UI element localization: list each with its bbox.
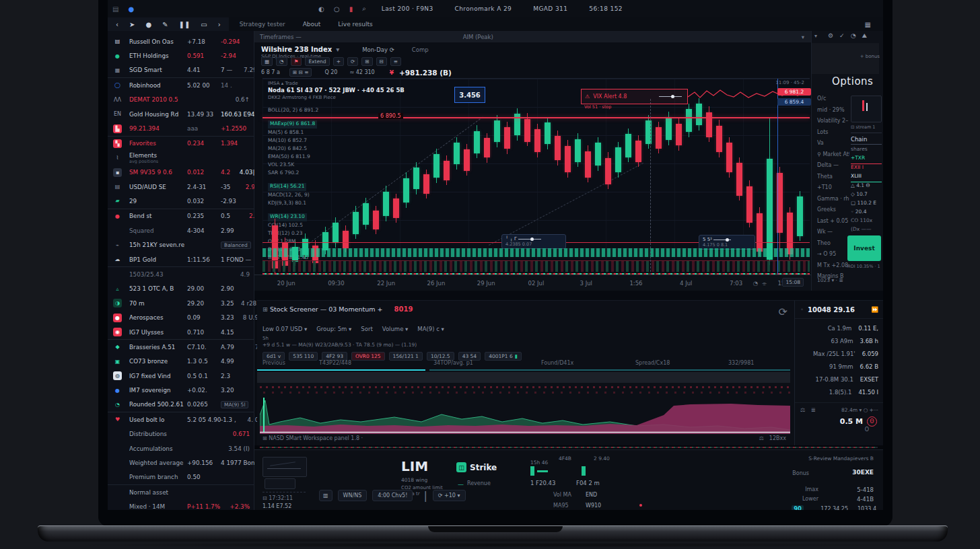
panel-bottom-row[interactable]: 1023 ▾ · ≣ — [817, 277, 843, 283]
watchlist-row[interactable]: ●Aerospaces0.093.238 U.95 — [108, 310, 254, 324]
step-button[interactable]: ⟳ +10 ▾ — [433, 490, 466, 501]
battery-icon[interactable]: ▮ — [349, 5, 353, 13]
collapse-caret-icon[interactable]: ▾ — [814, 33, 817, 39]
greek-row[interactable]: +T10 — [817, 184, 849, 196]
column-header[interactable]: Found/D41x — [541, 360, 573, 366]
indicator-legend-item[interactable]: MA(5) 6 858.1 — [268, 129, 318, 137]
watchlist-row[interactable]: ▤Russell On Oas+7.18-0.294 — [108, 34, 254, 48]
layers-button[interactable]: ▥ — [319, 490, 332, 501]
watchlist-row[interactable]: ●IM7 sovereign+0.02.3.20 — [108, 383, 254, 397]
tool-icon[interactable]: ● — [145, 21, 151, 28]
grid-view-icon[interactable]: ⊞ ⊟ ≡ — [289, 68, 312, 77]
asset-chip[interactable]: Balanced — [221, 242, 251, 249]
filter-dropdown[interactable]: Volume ▾ — [382, 326, 409, 332]
orderbook-row[interactable]: 63 A9m3.6B h — [795, 334, 883, 347]
tool-icon[interactable]: ➤ — [129, 21, 135, 28]
watchlist-row[interactable]: Premium branch0.50 — [108, 470, 254, 484]
candlestick-chart[interactable]: IMSA ▴ Trade Noda 61 SI 43 07 · 522 JBW … — [262, 78, 810, 275]
greek-row[interactable]: Last + 0.05 — [817, 218, 849, 229]
status-item[interactable]: Chronomark A 29 — [455, 5, 512, 12]
view-chip[interactable]: ⊟ — [376, 57, 387, 66]
watchlist-row[interactable]: ▰290.032-2.93 — [108, 194, 254, 208]
axis-icon[interactable]: ⌯ — [762, 280, 767, 287]
time-axis[interactable]: 20 Jun09:3022 Jun26 Jun29 Jun02 Jul3 Jul… — [254, 274, 811, 291]
alert-banner[interactable]: ⚠ VIX Alert 4.8 — [581, 89, 688, 104]
chain-row[interactable]: ▢ 110.2 E — [851, 200, 882, 209]
order-slider[interactable] — [713, 240, 731, 240]
filter-dropdown[interactable]: MA(9) c ▾ — [417, 326, 444, 332]
greek-row[interactable]: Theo — [817, 240, 849, 252]
chart-tool-chip[interactable]: ▦ — [261, 57, 273, 66]
selected-row[interactable] — [257, 372, 790, 383]
column-header[interactable]: T43P22/448 — [319, 360, 351, 366]
greek-row[interactable]: M Tx +2.08 / — [817, 262, 849, 274]
chain-row[interactable]: +TXR — [851, 155, 882, 164]
indicator-legend-item[interactable]: MA(10) 6 852.7 — [268, 137, 318, 145]
tab-live-results[interactable]: Live results — [338, 21, 372, 28]
indicator-legend-item[interactable]: KDJ(9,3,3) 80.1 — [268, 200, 318, 208]
greek-row[interactable]: → O 95 — [817, 251, 849, 262]
watchlist-row[interactable]: Squared4-3042.99 — [108, 223, 254, 237]
chart-tool-chip[interactable]: Extend — [305, 57, 329, 66]
brightness-icon[interactable]: ◐ — [318, 5, 324, 13]
indicator-legend-item[interactable]: VOL 23.5K — [268, 161, 318, 170]
orderbook-row[interactable]: 1.8(5).141.50 I — [795, 386, 883, 398]
panel-icon[interactable]: ▦ — [865, 21, 871, 28]
watchlist-row[interactable]: ●Bend st0.2350.52.9 — [108, 209, 254, 223]
column-header[interactable]: 34TOP/avg. p1 — [433, 360, 473, 366]
scale-icon[interactable]: ⚖ — [800, 406, 806, 413]
chain-row[interactable]: △ 4.1 Θ — [851, 182, 882, 191]
order-slider[interactable] — [518, 239, 541, 240]
greek-row[interactable]: Delta — — [817, 162, 849, 174]
watchlist-row[interactable]: ▣CO73 bronze1.3 0.54.99 — [108, 355, 254, 369]
symbol-meta[interactable]: Mon-Day ⟳ — [362, 46, 394, 53]
watchlist-row[interactable]: ◯Robinhood5.02 0014 . — [108, 77, 254, 92]
watchlist-row[interactable]: ♥Used bolt lo5.2 05 4.90-1.3 ,4. 0% — [108, 412, 254, 427]
screener-footer-icons[interactable]: ⚖12Bxx — [754, 435, 786, 441]
watchlist-row[interactable]: ⌁15h 21KY seven.reBalanced — [108, 237, 254, 252]
symbol-meta2[interactable]: Comp — [412, 46, 429, 53]
greek-row[interactable]: Gamma · rho 34 — [817, 196, 849, 207]
time-chip[interactable]: 15:08 — [782, 278, 804, 287]
tool-icon[interactable]: › — [218, 21, 221, 28]
symbol-name[interactable]: Wilshire 238 Index — [261, 46, 332, 53]
search-icon[interactable]: ⌕ — [362, 5, 366, 13]
symbol-caret-icon[interactable]: ▾ — [336, 46, 339, 53]
axis-icon[interactable]: ◔ — [753, 280, 758, 287]
watchlist-row[interactable]: ▙99.21.394aaa+1.2550 — [108, 121, 254, 135]
chart-tool-chip[interactable]: ⟳ — [347, 57, 358, 66]
status-item[interactable]: MGAD 311 — [533, 5, 567, 12]
panel-action-icon[interactable]: ◔ — [851, 32, 856, 40]
strategy-tester-label[interactable]: Strategy tester — [240, 21, 285, 28]
watchlist-row[interactable]: Accumulations3.54 (I) — [108, 441, 254, 455]
filter-dropdown[interactable]: Low 0.07 USD ▾ — [262, 326, 307, 332]
screener-title[interactable]: Stock Screener — 03 Momentum + — [270, 305, 382, 313]
screener-chip[interactable]: 156/121 1 — [389, 352, 423, 361]
status-item[interactable]: 56:18 152 — [589, 5, 623, 12]
view-chip[interactable]: ⊞ — [361, 57, 372, 66]
price-callout[interactable]: 3.456 — [454, 87, 485, 103]
footer-icon[interactable]: 12Bxx — [769, 435, 786, 441]
tool-icon[interactable]: ▭ — [201, 21, 207, 28]
greek-row[interactable]: ⚲ Market Attach — [817, 151, 849, 163]
watchlist-row[interactable]: Weighted average+90.1564 1977 Bond — [108, 455, 254, 470]
column-header[interactable]: Spread/Cx18 — [635, 360, 670, 366]
orderbook-row[interactable]: Max /25L 1.91'6.059 — [795, 347, 883, 360]
app-grid-icon[interactable]: ▤ — [112, 5, 118, 13]
greek-row[interactable]: Volatility 2– — [817, 118, 849, 129]
refresh-icon[interactable]: ⟳ — [779, 305, 788, 318]
watchlist-row[interactable]: ☁BP1 Gold1:11.561 FOND — — [108, 252, 254, 266]
watchlist-row[interactable]: ΛΛDEMAT 2010 0.50.6↑ — [108, 93, 254, 107]
indicator-legend-item[interactable]: MAExp(9) 6 861.8 — [268, 120, 317, 129]
chart-tool-chip[interactable]: ⚑ — [291, 57, 302, 66]
chain-row[interactable]: EXII I — [851, 164, 882, 173]
footer-icon[interactable]: ⚖ — [759, 435, 764, 441]
watchlist-row[interactable]: 1503/25.434.9 — [108, 266, 254, 281]
fast-forward-icon[interactable]: ⏩ — [871, 306, 878, 313]
chain-row[interactable]: shares — [851, 146, 882, 155]
screener-chip[interactable]: 535 110 — [289, 352, 318, 361]
watchlist-row[interactable]: Distributions0.671 — [108, 427, 254, 441]
greek-row[interactable]: O/c — [817, 96, 849, 107]
mode-button[interactable]: WN/NS — [338, 490, 368, 501]
chart-thumbnail[interactable] — [265, 478, 295, 489]
